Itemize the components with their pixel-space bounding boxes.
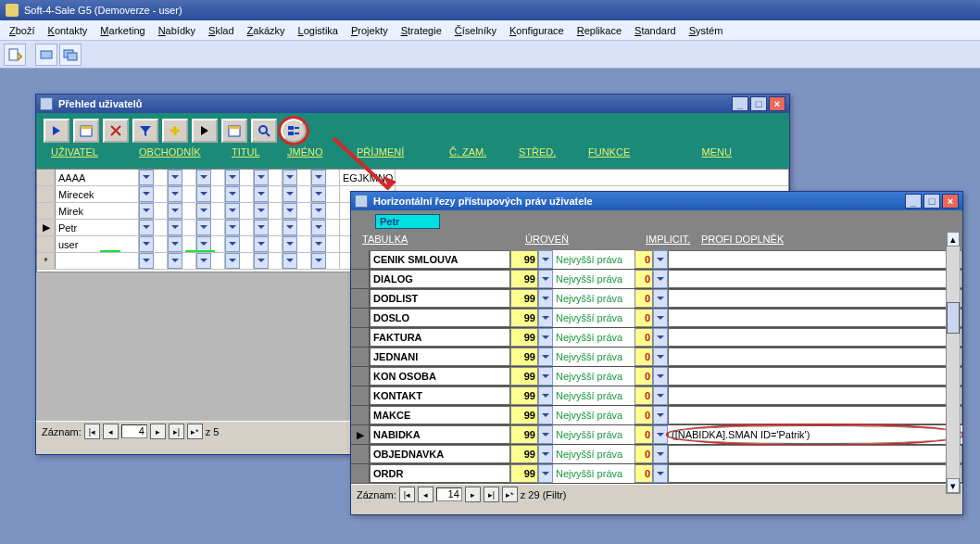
cell[interactable]: Mirek [56, 203, 139, 219]
level-cell[interactable]: 99 [510, 464, 538, 483]
level-cell[interactable]: 99 [510, 328, 538, 347]
menu-konfigurace[interactable]: Konfigurace [504, 23, 570, 38]
toolbar-button-2[interactable] [35, 44, 57, 66]
profi-cell[interactable] [668, 348, 962, 366]
cell[interactable] [326, 220, 340, 235]
close-button[interactable]: × [942, 194, 959, 209]
level-cell[interactable]: 99 [510, 386, 538, 405]
scroll-thumb[interactable] [947, 302, 960, 334]
users-window-titlebar[interactable]: Přehled uživatelů _ □ × [36, 95, 789, 113]
table-row[interactable]: KON OSOBA99Nejvyšší práva0 [351, 367, 962, 386]
cell[interactable] [211, 170, 225, 185]
toolbar-button-3[interactable] [59, 44, 82, 66]
users-header-8[interactable]: MENU [676, 146, 732, 158]
dropdown-icon[interactable] [311, 220, 326, 235]
level-cell[interactable]: 99 [510, 348, 538, 366]
table-name-cell[interactable]: JEDNANI [370, 348, 510, 366]
row-selector[interactable] [351, 464, 370, 483]
dropdown-icon[interactable] [196, 186, 211, 202]
cell[interactable] [297, 186, 311, 202]
cell[interactable]: AAAA [56, 170, 139, 185]
row-selector[interactable]: ▶ [351, 425, 370, 444]
cell[interactable] [211, 253, 225, 269]
cell[interactable] [182, 186, 196, 202]
dropdown-icon[interactable] [139, 253, 154, 269]
minimize-button[interactable]: _ [905, 194, 922, 209]
cell[interactable]: EGJKMNO [340, 170, 396, 185]
dropdown-icon[interactable] [311, 186, 326, 202]
menu-projekty[interactable]: Projekty [346, 23, 394, 38]
dropdown-icon[interactable] [653, 367, 668, 386]
rights-header-2[interactable]: IMPLICIT. [646, 234, 701, 245]
implicit-cell[interactable]: 0 [634, 328, 653, 347]
users-header-7[interactable]: FUNKCE [588, 146, 676, 158]
dropdown-icon[interactable] [653, 406, 668, 424]
scroll-down-button[interactable]: ▾ [947, 478, 960, 493]
menu-nabídky[interactable]: Nabídky [153, 23, 201, 38]
cell[interactable] [182, 170, 196, 185]
rights-button[interactable] [281, 119, 307, 143]
toolbar-button-1[interactable] [4, 44, 26, 66]
dropdown-icon[interactable] [311, 236, 326, 252]
cell[interactable] [326, 203, 340, 219]
profi-cell[interactable]: ([NABIDKA].SMAN ID='Patrik') [668, 425, 962, 444]
cell[interactable] [182, 220, 196, 235]
dropdown-icon[interactable] [283, 170, 297, 185]
dropdown-icon[interactable] [168, 253, 182, 269]
row-selector[interactable]: * [37, 253, 56, 269]
row-selector[interactable] [37, 203, 56, 219]
menu-replikace[interactable]: Replikace [572, 23, 627, 38]
dropdown-icon[interactable] [139, 203, 154, 219]
cell[interactable] [269, 220, 283, 235]
row-selector[interactable] [37, 236, 56, 252]
cell[interactable] [154, 253, 168, 269]
cell[interactable] [297, 236, 311, 252]
dropdown-icon[interactable] [311, 203, 326, 219]
rights-header-1[interactable]: ÚROVEŇ [525, 234, 646, 245]
dropdown-icon[interactable] [139, 236, 154, 252]
level-cell[interactable]: 99 [510, 445, 538, 463]
menu-systém[interactable]: Systém [684, 23, 729, 38]
dropdown-icon[interactable] [538, 386, 553, 405]
table-row[interactable]: ▶NABIDKA99Nejvyšší práva0([NABIDKA].SMAN… [351, 425, 962, 445]
arrow-right-black-icon[interactable] [192, 119, 218, 143]
cell[interactable] [326, 236, 340, 252]
table-name-cell[interactable]: FAKTURA [370, 328, 510, 347]
table-row[interactable]: DODLIST99Nejvyšší práva0 [351, 289, 962, 309]
dropdown-icon[interactable] [168, 170, 182, 185]
implicit-cell[interactable]: 0 [634, 425, 653, 444]
users-header-2[interactable]: TITUL [232, 146, 287, 158]
dropdown-icon[interactable] [254, 236, 269, 252]
dropdown-icon[interactable] [225, 203, 240, 219]
dropdown-icon[interactable] [168, 203, 182, 219]
table-row[interactable]: DIALOG99Nejvyšší práva0 [351, 270, 962, 289]
implicit-cell[interactable]: 0 [634, 270, 653, 288]
table-name-cell[interactable]: ORDR [370, 464, 510, 483]
nav-first-button[interactable]: |◂ [399, 487, 415, 502]
rights-window-titlebar[interactable]: Horizontální řezy přístupových práv uživ… [351, 192, 962, 210]
row-selector[interactable] [351, 328, 370, 347]
dropdown-icon[interactable] [283, 186, 297, 202]
level-cell[interactable]: 99 [510, 250, 538, 269]
nav-new-button[interactable]: ▸* [502, 487, 518, 502]
add-icon[interactable] [162, 119, 188, 143]
implicit-cell[interactable]: 0 [634, 464, 653, 483]
row-selector[interactable] [37, 170, 56, 185]
cell[interactable] [297, 203, 311, 219]
profi-cell[interactable] [668, 270, 962, 288]
dropdown-icon[interactable] [225, 220, 240, 235]
dropdown-icon[interactable] [254, 170, 269, 185]
dropdown-icon[interactable] [538, 464, 553, 483]
menu-kontakty[interactable]: Kontakty [43, 23, 94, 38]
menu-standard[interactable]: Standard [629, 23, 682, 38]
level-cell[interactable]: 99 [510, 367, 538, 386]
table-row[interactable]: CENIK SMLOUVA99Nejvyšší práva0 [351, 250, 962, 270]
dropdown-icon[interactable] [538, 367, 553, 386]
nav-next-button[interactable]: ▸ [465, 487, 481, 502]
dropdown-icon[interactable] [653, 348, 668, 366]
cell[interactable]: user [56, 236, 139, 252]
rights-header-0[interactable]: TABULKA [362, 234, 525, 245]
cell[interactable] [269, 186, 283, 202]
table-name-cell[interactable]: DOSLO [370, 309, 510, 327]
table-name-cell[interactable]: DIALOG [370, 270, 510, 288]
